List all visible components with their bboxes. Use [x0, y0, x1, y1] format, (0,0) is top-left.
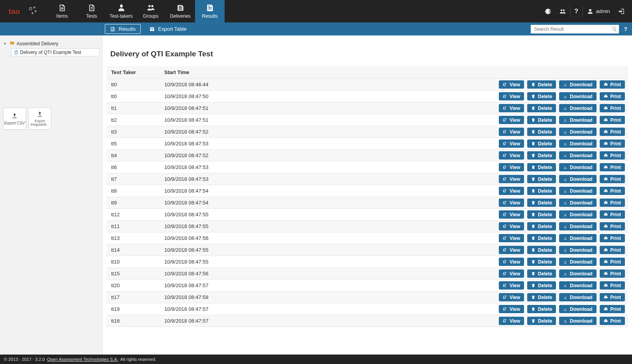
- print-button[interactable]: Print: [600, 246, 625, 254]
- search-button[interactable]: [610, 25, 619, 33]
- delete-button[interactable]: Delete: [527, 139, 556, 148]
- download-button[interactable]: Download: [559, 281, 596, 290]
- download-button[interactable]: Download: [559, 199, 596, 207]
- download-button[interactable]: Download: [559, 92, 596, 100]
- settings-icon[interactable]: [540, 0, 555, 22]
- view-button[interactable]: View: [499, 234, 524, 242]
- view-button[interactable]: View: [499, 163, 524, 171]
- tree-child-selected[interactable]: Delivery of QTI Example Test: [11, 48, 100, 56]
- print-button[interactable]: Print: [600, 128, 625, 136]
- delete-button[interactable]: Delete: [527, 293, 556, 301]
- view-button[interactable]: View: [499, 187, 524, 195]
- footer-link[interactable]: Open Assessment Technologies S.A.: [47, 357, 118, 362]
- nav-deliveries[interactable]: Deliveries: [165, 0, 195, 22]
- delete-button[interactable]: Delete: [527, 175, 556, 183]
- view-button[interactable]: View: [499, 281, 524, 290]
- download-button[interactable]: Download: [559, 246, 596, 254]
- delete-button[interactable]: Delete: [527, 269, 556, 278]
- print-button[interactable]: Print: [600, 151, 625, 160]
- delete-button[interactable]: Delete: [527, 151, 556, 160]
- print-button[interactable]: Print: [600, 210, 625, 219]
- delete-button[interactable]: Delete: [527, 163, 556, 171]
- download-button[interactable]: Download: [559, 175, 596, 183]
- download-button[interactable]: Download: [559, 116, 596, 124]
- delete-button[interactable]: Delete: [527, 116, 556, 124]
- view-button[interactable]: View: [499, 116, 524, 124]
- download-button[interactable]: Download: [559, 222, 596, 230]
- delete-button[interactable]: Delete: [527, 281, 556, 290]
- nav-results[interactable]: Results: [195, 0, 225, 22]
- tree-root[interactable]: ▾ Assembled Delivery: [2, 39, 100, 48]
- delete-button[interactable]: Delete: [527, 234, 556, 242]
- delete-button[interactable]: Delete: [527, 210, 556, 219]
- users-icon[interactable]: [555, 0, 570, 22]
- delete-button[interactable]: Delete: [527, 104, 556, 112]
- user-menu[interactable]: admin: [583, 0, 614, 22]
- export-irregularities-button[interactable]: Export Irregulariti...: [28, 108, 51, 130]
- print-button[interactable]: Print: [600, 199, 625, 207]
- nav-tests[interactable]: Tests: [77, 0, 106, 22]
- download-button[interactable]: Download: [559, 151, 596, 160]
- print-button[interactable]: Print: [600, 163, 625, 171]
- delete-button[interactable]: Delete: [527, 199, 556, 207]
- logout-icon[interactable]: [614, 0, 629, 22]
- delete-button[interactable]: Delete: [527, 92, 556, 100]
- download-button[interactable]: Download: [559, 234, 596, 242]
- delete-button[interactable]: Delete: [527, 317, 556, 325]
- download-button[interactable]: Download: [559, 104, 596, 112]
- nav-items[interactable]: Items: [47, 0, 77, 22]
- view-button[interactable]: View: [499, 317, 524, 325]
- view-button[interactable]: View: [499, 92, 524, 100]
- view-button[interactable]: View: [499, 104, 524, 112]
- delete-button[interactable]: Delete: [527, 187, 556, 195]
- print-button[interactable]: Print: [600, 281, 625, 290]
- view-button[interactable]: View: [499, 210, 524, 219]
- download-button[interactable]: Download: [559, 139, 596, 148]
- search-input[interactable]: [531, 25, 610, 33]
- delete-button[interactable]: Delete: [527, 128, 556, 136]
- export-csv-button[interactable]: Export CSV: [3, 108, 26, 130]
- print-button[interactable]: Print: [600, 187, 625, 195]
- subbar-results[interactable]: Results: [105, 24, 141, 34]
- nav-test-takers[interactable]: Test-takers: [106, 0, 136, 22]
- delete-button[interactable]: Delete: [527, 80, 556, 89]
- subbar-export-table[interactable]: Export Table: [145, 24, 191, 34]
- view-button[interactable]: View: [499, 128, 524, 136]
- tree-toggle-icon[interactable]: ▾: [4, 41, 8, 46]
- delete-button[interactable]: Delete: [527, 246, 556, 254]
- print-button[interactable]: Print: [600, 104, 625, 112]
- print-button[interactable]: Print: [600, 116, 625, 124]
- view-button[interactable]: View: [499, 293, 524, 301]
- print-button[interactable]: Print: [600, 234, 625, 242]
- download-button[interactable]: Download: [559, 293, 596, 301]
- print-button[interactable]: Print: [600, 258, 625, 266]
- download-button[interactable]: Download: [559, 317, 596, 325]
- print-button[interactable]: Print: [600, 175, 625, 183]
- view-button[interactable]: View: [499, 151, 524, 160]
- download-button[interactable]: Download: [559, 210, 596, 219]
- view-button[interactable]: View: [499, 199, 524, 207]
- view-button[interactable]: View: [499, 139, 524, 148]
- print-button[interactable]: Print: [600, 317, 625, 325]
- download-button[interactable]: Download: [559, 128, 596, 136]
- print-button[interactable]: Print: [600, 80, 625, 89]
- print-button[interactable]: Print: [600, 139, 625, 148]
- help-button[interactable]: ?: [571, 0, 582, 22]
- print-button[interactable]: Print: [600, 293, 625, 301]
- view-button[interactable]: View: [499, 175, 524, 183]
- delete-button[interactable]: Delete: [527, 222, 556, 230]
- delete-button[interactable]: Delete: [527, 258, 556, 266]
- download-button[interactable]: Download: [559, 269, 596, 278]
- view-button[interactable]: View: [499, 258, 524, 266]
- nav-groups[interactable]: Groups: [136, 0, 165, 22]
- download-button[interactable]: Download: [559, 80, 596, 89]
- view-button[interactable]: View: [499, 305, 524, 313]
- search-help[interactable]: ?: [621, 26, 630, 32]
- print-button[interactable]: Print: [600, 92, 625, 100]
- download-button[interactable]: Download: [559, 187, 596, 195]
- view-button[interactable]: View: [499, 246, 524, 254]
- delete-button[interactable]: Delete: [527, 305, 556, 313]
- print-button[interactable]: Print: [600, 222, 625, 230]
- print-button[interactable]: Print: [600, 269, 625, 278]
- logo[interactable]: tao: [0, 0, 47, 22]
